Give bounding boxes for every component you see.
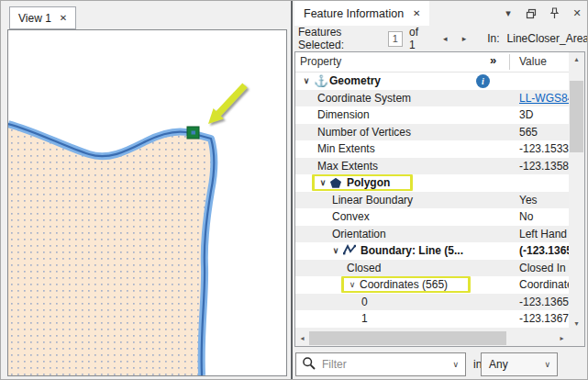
feature-info-pane: Feature Information ✕ ▾ ✕ Features Selec… [293,1,588,380]
property-name: Number of Vertices [317,126,411,139]
view-tabstrip: View 1 ✕ [1,1,288,29]
float-window-icon[interactable] [526,7,537,20]
table-row[interactable]: ∨⚓Geometryi [295,73,569,90]
layer-name: LineCloser_Area [507,32,588,45]
grid-header: Property » Value [295,52,584,73]
tab-feature-information-close-icon[interactable]: ✕ [413,9,420,18]
map-pane: View 1 ✕ [1,1,288,380]
table-row[interactable]: ClosedClosed In 3 [295,260,569,277]
tab-view1-label: View 1 [18,12,51,25]
filter-combobox[interactable]: ∨ [295,352,466,376]
in-layer-label: In: [487,32,499,45]
property-value: -123.1533 [509,142,569,155]
property-value: No [509,210,569,223]
value-column-header[interactable]: Value [519,55,547,68]
tree-collapse-chevron-icon[interactable]: ∨ [328,246,343,255]
scrollbar-corner [569,330,584,346]
selection-bar: Features Selected: 1 of 1 ◂ ▸ In: LineCl… [293,26,588,51]
table-row[interactable]: 0-123.1365 [295,294,569,311]
filter-bar: ∨ in Any ∨ [293,348,588,380]
property-name: Polygon [347,176,390,189]
polygon-area [8,124,214,375]
property-name: 1 [361,312,368,325]
property-name: Min Extents [317,142,375,155]
property-name: Coordinates (565) [360,278,448,291]
table-row[interactable]: ∨Polygon [295,174,569,192]
selected-feature-index: 1 [388,31,403,47]
tree-collapse-chevron-icon[interactable]: ∨ [299,76,314,85]
panel-menu-dropdown-icon[interactable]: ▾ [503,7,514,20]
filter-input[interactable] [316,358,446,371]
table-row[interactable]: OrientationLeft Hand [295,226,569,243]
property-value: Coordinate [509,278,569,291]
polyline-icon [343,244,356,258]
filter-dropdown-chevron-icon[interactable]: ∨ [452,360,459,369]
table-row[interactable]: ConvexNo [295,208,569,226]
geometry-icon: ⚓ [314,75,329,87]
property-name: Geometry [329,74,381,87]
property-name: Convex [332,210,370,223]
vertical-scrollbar[interactable]: ▴ ▾ [569,52,584,330]
property-value-link[interactable]: LL-WGS84 [509,92,569,105]
tab-view1[interactable]: View 1 ✕ [9,6,76,29]
property-value: Closed In 3 [509,262,569,274]
close-panel-icon[interactable]: ✕ [571,7,582,20]
tab-feature-information-label: Feature Information [304,7,404,20]
map-canvas [8,30,286,375]
scope-dropdown-chevron-icon: ∨ [544,360,550,369]
scroll-right-icon[interactable]: ▸ [555,330,569,346]
scroll-down-icon[interactable]: ▾ [569,317,584,330]
table-row[interactable]: Min Extents-123.1533 [295,140,569,158]
table-row[interactable]: ∨Coordinates (565)Coordinate [295,276,569,294]
property-name: Linear Boundary [332,194,413,207]
property-column-header[interactable]: Property [300,55,341,68]
property-name: Coordinate System [317,92,411,105]
table-row[interactable]: ∨Boundary: Line (5...(-123.1365 [295,242,569,260]
property-value: -123.1367 [509,312,569,325]
property-grid: Property » Value ∨⚓GeometryiCoordinate S… [294,51,585,347]
property-name: Boundary: Line (5... [361,244,463,257]
tab-view1-close-icon[interactable]: ✕ [60,14,67,23]
tree-collapse-chevron-icon[interactable]: ∨ [316,178,330,187]
horizontal-scroll-thumb[interactable] [309,331,506,345]
property-value: -123.1365 [509,296,569,308]
property-name: Closed [347,262,381,274]
horizontal-scrollbar[interactable]: ◂ ▸ [295,330,569,346]
expand-columns-icon[interactable]: » [490,53,496,67]
feature-count-label: of 1 [409,26,426,51]
panel-header: Feature Information ✕ ▾ ✕ [293,1,588,26]
pin-panel-icon[interactable] [549,7,560,20]
property-value: Yes [509,194,569,207]
scroll-up-icon[interactable]: ▴ [569,52,584,66]
highlight-callout: ∨Polygon [312,174,413,191]
info-icon[interactable]: i [476,74,490,87]
property-name: Orientation [332,228,386,240]
table-row[interactable]: Number of Vertices565 [295,124,569,141]
table-row[interactable]: Dimension3D [295,106,569,124]
table-row[interactable]: 1-123.1367 [295,310,569,328]
scroll-left-icon[interactable]: ◂ [295,330,309,346]
map-viewport[interactable] [7,29,287,376]
search-icon [302,356,316,374]
previous-feature-icon[interactable]: ◂ [440,34,450,43]
property-value: 3D [509,108,569,121]
column-divider[interactable] [509,54,510,70]
property-name: 0 [361,296,368,308]
table-row[interactable]: Coordinate SystemLL-WGS84 [295,90,569,107]
property-value: 565 [509,126,569,139]
selected-vertex-marker[interactable] [187,127,199,139]
next-feature-icon[interactable]: ▸ [460,34,470,43]
table-row[interactable]: Max Extents-123.1358 [295,158,569,175]
table-row[interactable]: Linear BoundaryYes [295,192,569,209]
tree-collapse-chevron-icon[interactable]: ∨ [345,280,360,289]
highlight-callout: ∨Coordinates (565) [341,276,471,293]
filter-scope-dropdown[interactable]: Any ∨ [481,352,558,376]
property-name: Max Extents [317,160,378,173]
annotation-arrow [208,85,245,124]
property-value: -123.1358 [509,160,569,173]
features-selected-label: Features Selected: [298,26,381,51]
polygon-icon [330,178,341,188]
vertical-scroll-thumb[interactable] [570,81,583,152]
property-value: Left Hand [509,228,569,240]
tab-feature-information[interactable]: Feature Information ✕ [294,1,429,26]
